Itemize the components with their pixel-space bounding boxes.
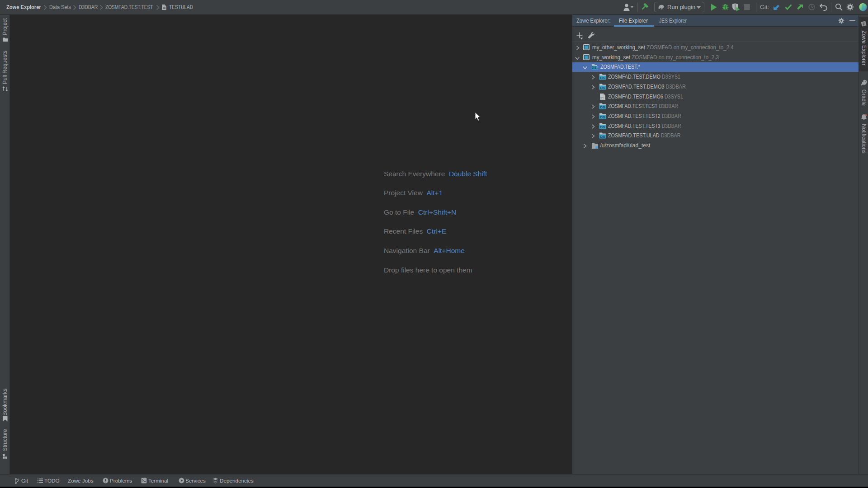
svg-text:DS: DS xyxy=(600,86,605,90)
svg-text:DS: DS xyxy=(600,105,605,109)
svg-text:DS: DS xyxy=(600,125,605,129)
svg-text:DS: DS xyxy=(600,115,605,119)
svg-text:DS: DS xyxy=(600,98,604,100)
svg-text:DS: DS xyxy=(600,76,605,80)
svg-text:DS: DS xyxy=(592,66,596,70)
svg-text:DS: DS xyxy=(600,135,605,139)
